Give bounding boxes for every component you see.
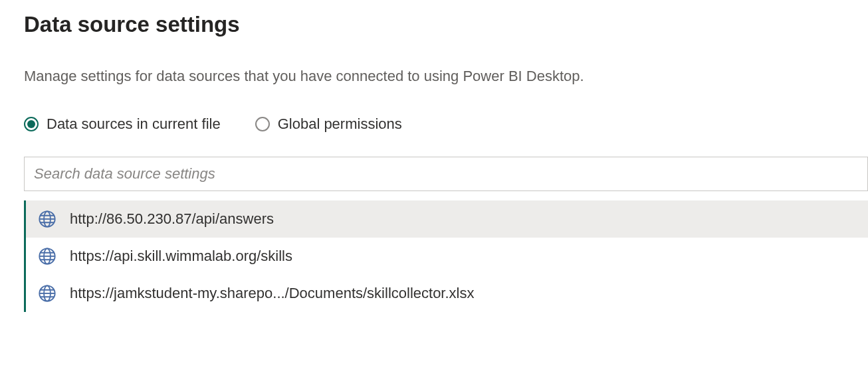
radio-global-permissions[interactable]: Global permissions [255, 115, 402, 133]
data-source-label: https://api.skill.wimmalab.org/skills [70, 248, 292, 265]
radio-icon [24, 117, 39, 131]
data-source-label: https://jamkstudent-my.sharepo.../Docume… [70, 285, 474, 302]
list-item[interactable]: https://api.skill.wimmalab.org/skills [26, 238, 868, 275]
scope-radio-group: Data sources in current file Global perm… [24, 115, 868, 133]
search-input[interactable] [24, 157, 868, 191]
list-item[interactable]: http://86.50.230.87/api/answers [26, 200, 868, 238]
radio-data-sources-current-file[interactable]: Data sources in current file [24, 115, 221, 133]
data-source-label: http://86.50.230.87/api/answers [70, 210, 274, 228]
radio-label: Data sources in current file [47, 115, 221, 133]
globe-icon [38, 210, 56, 228]
globe-icon [38, 284, 56, 303]
list-item[interactable]: https://jamkstudent-my.sharepo.../Docume… [26, 275, 868, 312]
radio-icon [255, 117, 270, 131]
page-title: Data source settings [24, 12, 868, 37]
radio-label: Global permissions [278, 115, 402, 133]
globe-icon [38, 247, 56, 266]
data-source-list: http://86.50.230.87/api/answers https://… [24, 200, 868, 312]
page-subtitle: Manage settings for data sources that yo… [24, 68, 868, 85]
